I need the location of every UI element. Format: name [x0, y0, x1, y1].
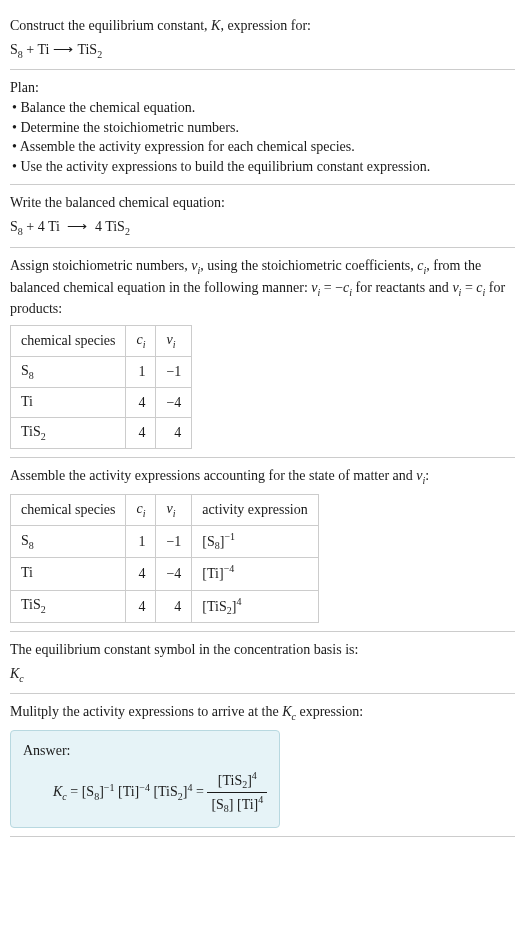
cell-ci: 1 [126, 356, 156, 387]
species-text: TiS [21, 597, 41, 612]
cell-activity: [Ti]−4 [192, 558, 318, 590]
term-base: [S [82, 784, 94, 799]
table-row: Ti 4 −4 [Ti]−4 [11, 558, 319, 590]
unbalanced-equation: S8 + Ti⟶TiS2 [10, 40, 515, 62]
plan-item: • Determine the stoichiometric numbers. [10, 118, 515, 138]
cell-species: Ti [11, 387, 126, 418]
superscript: −4 [139, 781, 150, 792]
superscript: −1 [224, 531, 235, 542]
plan-item: • Balance the chemical equation. [10, 98, 515, 118]
answer-box: Answer: Kc = [S8]−1 [Ti]−4 [TiS2]4 = [Ti… [10, 730, 280, 828]
text-part: Mulitply the activity expressions to arr… [10, 704, 282, 719]
table-row: TiS2 4 4 [TiS2]4 [11, 590, 319, 622]
cell-nui: −1 [156, 525, 192, 557]
cell-species: TiS2 [11, 590, 126, 622]
multiply-section: Mulitply the activity expressions to arr… [10, 694, 515, 836]
species-text: S [21, 363, 29, 378]
cell-ci: 4 [126, 418, 156, 449]
superscript: 4 [236, 596, 241, 607]
activity-section: Assemble the activity expressions accoun… [10, 458, 515, 632]
subscript: 8 [29, 370, 34, 381]
text-part: Assign stoichiometric numbers, [10, 258, 191, 273]
text-part: , using the stoichiometric coefficients, [200, 258, 417, 273]
subscript: 8 [29, 539, 34, 550]
plan-section: Plan: • Balance the chemical equation. •… [10, 70, 515, 185]
cell-ci: 4 [126, 558, 156, 590]
product-text: 4 TiS [91, 219, 124, 234]
assign-section: Assign stoichiometric numbers, νi, using… [10, 248, 515, 458]
term-base: [Ti] [114, 784, 139, 799]
multiply-text: Mulitply the activity expressions to arr… [10, 702, 515, 724]
subscript: c [19, 672, 23, 683]
subscript: i [143, 339, 146, 350]
header-ci: ci [126, 325, 156, 356]
plan-item: • Use the activity expressions to build … [10, 157, 515, 177]
symbol-section: The equilibrium constant symbol in the c… [10, 632, 515, 694]
cell-nui: 4 [156, 590, 192, 622]
intro-section: Construct the equilibrium constant, K, e… [10, 8, 515, 70]
answer-equation: Kc = [S8]−1 [Ti]−4 [TiS2]4 = [TiS2]4[S8]… [23, 769, 267, 817]
cell-nui: −4 [156, 558, 192, 590]
text-part: for reactants and [352, 280, 452, 295]
plus-text: + 4 Ti [23, 219, 64, 234]
balanced-title: Write the balanced chemical equation: [10, 193, 515, 213]
plan-item: • Assemble the activity expression for e… [10, 137, 515, 157]
k-symbol: K [211, 18, 220, 33]
subscript: i [143, 508, 146, 519]
act-base: [S [202, 533, 214, 548]
fraction-numerator: [TiS2]4 [207, 769, 267, 793]
k-symbol: K [53, 784, 62, 799]
cell-activity: [S8]−1 [192, 525, 318, 557]
cell-species: S8 [11, 525, 126, 557]
reaction-arrow: ⟶ [49, 40, 77, 60]
species-s8: S [10, 42, 18, 57]
act-base: [Ti [202, 566, 219, 581]
header-activity: activity expression [192, 494, 318, 525]
subscript: i [173, 339, 176, 350]
activity-text: Assemble the activity expressions accoun… [10, 466, 515, 488]
species-text: S [21, 533, 29, 548]
subscript: i [173, 508, 176, 519]
header-nui: νi [156, 325, 192, 356]
table-header-row: chemical species ci νi activity expressi… [11, 494, 319, 525]
subscript: 2 [41, 604, 46, 615]
cell-ci: 4 [126, 387, 156, 418]
cell-species: TiS2 [11, 418, 126, 449]
equals-text: = − [320, 280, 343, 295]
equals-text: = [67, 784, 82, 799]
den-close: ] [Ti] [229, 797, 258, 812]
header-species: chemical species [11, 494, 126, 525]
subscript: 2 [125, 226, 130, 237]
term-base: [TiS [150, 784, 178, 799]
fraction-denominator: [S8] [Ti]4 [207, 793, 267, 816]
subscript: 2 [97, 48, 102, 59]
intro-text-part: Construct the equilibrium constant, [10, 18, 211, 33]
cell-activity: [TiS2]4 [192, 590, 318, 622]
text-part: Assemble the activity expressions accoun… [10, 468, 416, 483]
balanced-section: Write the balanced chemical equation: S8… [10, 185, 515, 247]
header-species: chemical species [11, 325, 126, 356]
species-text: Ti [21, 394, 33, 409]
act-base: [TiS [202, 598, 226, 613]
balanced-equation: S8 + 4 Ti ⟶ 4 TiS2 [10, 217, 515, 239]
assign-text: Assign stoichiometric numbers, νi, using… [10, 256, 515, 319]
table-row: S8 1 −1 [11, 356, 192, 387]
equals-text: = [461, 280, 476, 295]
cell-species: Ti [11, 558, 126, 590]
cell-nui: −1 [156, 356, 192, 387]
table-header-row: chemical species ci νi [11, 325, 192, 356]
k-symbol: K [282, 704, 291, 719]
intro-text: Construct the equilibrium constant, K, e… [10, 16, 515, 36]
activity-table: chemical species ci νi activity expressi… [10, 494, 319, 623]
table-row: TiS2 4 4 [11, 418, 192, 449]
species-text: Ti [21, 565, 33, 580]
superscript: 4 [252, 770, 257, 781]
cell-species: S8 [11, 356, 126, 387]
num-base: [TiS [218, 773, 242, 788]
colon-text: : [425, 468, 429, 483]
header-nui: νi [156, 494, 192, 525]
species-tis2: TiS [77, 42, 97, 57]
kc-symbol: Kc [10, 664, 515, 686]
answer-label: Answer: [23, 741, 267, 761]
subscript: 2 [41, 431, 46, 442]
